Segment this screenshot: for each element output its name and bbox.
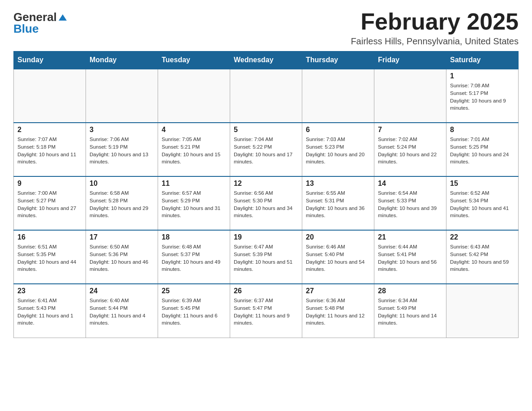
day-number: 13 bbox=[306, 180, 370, 188]
day-info: Sunrise: 7:01 AMSunset: 5:25 PMDaylight:… bbox=[450, 136, 515, 166]
table-row: 28Sunrise: 6:34 AMSunset: 5:49 PMDayligh… bbox=[374, 284, 446, 338]
day-number: 10 bbox=[90, 180, 154, 188]
day-number: 22 bbox=[450, 233, 515, 241]
table-row bbox=[302, 69, 374, 123]
title-section: February 2025 Fairless Hills, Pennsylvan… bbox=[351, 9, 519, 47]
table-row: 27Sunrise: 6:36 AMSunset: 5:48 PMDayligh… bbox=[302, 284, 374, 338]
day-info: Sunrise: 6:52 AMSunset: 5:34 PMDaylight:… bbox=[450, 189, 515, 219]
table-row: 5Sunrise: 7:04 AMSunset: 5:22 PMDaylight… bbox=[230, 123, 302, 176]
table-row bbox=[374, 69, 446, 123]
day-number: 11 bbox=[162, 180, 226, 188]
day-number: 17 bbox=[90, 233, 154, 241]
table-row: 6Sunrise: 7:03 AMSunset: 5:23 PMDaylight… bbox=[302, 123, 374, 176]
day-number: 24 bbox=[90, 287, 154, 295]
table-row: 22Sunrise: 6:43 AMSunset: 5:42 PMDayligh… bbox=[446, 230, 519, 284]
day-number: 16 bbox=[17, 233, 82, 241]
day-info: Sunrise: 6:36 AMSunset: 5:48 PMDaylight:… bbox=[306, 297, 370, 327]
day-info: Sunrise: 7:06 AMSunset: 5:19 PMDaylight:… bbox=[90, 136, 154, 166]
calendar-week-row: 1Sunrise: 7:08 AMSunset: 5:17 PMDaylight… bbox=[14, 69, 519, 123]
header-monday: Monday bbox=[86, 51, 158, 69]
calendar-week-row: 16Sunrise: 6:51 AMSunset: 5:35 PMDayligh… bbox=[14, 230, 519, 284]
table-row: 13Sunrise: 6:55 AMSunset: 5:31 PMDayligh… bbox=[302, 176, 374, 230]
table-row: 23Sunrise: 6:41 AMSunset: 5:43 PMDayligh… bbox=[14, 284, 86, 338]
location-title: Fairless Hills, Pennsylvania, United Sta… bbox=[351, 36, 519, 47]
day-info: Sunrise: 6:51 AMSunset: 5:35 PMDaylight:… bbox=[17, 243, 82, 273]
header-sunday: Sunday bbox=[14, 51, 86, 69]
calendar-table: Sunday Monday Tuesday Wednesday Thursday… bbox=[13, 51, 519, 338]
day-info: Sunrise: 6:37 AMSunset: 5:47 PMDaylight:… bbox=[234, 297, 298, 327]
day-number: 8 bbox=[450, 126, 515, 134]
logo: General Blue bbox=[13, 9, 68, 34]
table-row: 24Sunrise: 6:40 AMSunset: 5:44 PMDayligh… bbox=[86, 284, 158, 338]
day-info: Sunrise: 7:05 AMSunset: 5:21 PMDaylight:… bbox=[162, 136, 226, 166]
day-number: 14 bbox=[378, 180, 442, 188]
table-row: 17Sunrise: 6:50 AMSunset: 5:36 PMDayligh… bbox=[86, 230, 158, 284]
table-row: 1Sunrise: 7:08 AMSunset: 5:17 PMDaylight… bbox=[446, 69, 519, 123]
calendar-week-row: 2Sunrise: 7:07 AMSunset: 5:18 PMDaylight… bbox=[14, 123, 519, 176]
day-info: Sunrise: 7:00 AMSunset: 5:27 PMDaylight:… bbox=[17, 189, 82, 219]
table-row: 12Sunrise: 6:56 AMSunset: 5:30 PMDayligh… bbox=[230, 176, 302, 230]
table-row: 8Sunrise: 7:01 AMSunset: 5:25 PMDaylight… bbox=[446, 123, 519, 176]
table-row: 10Sunrise: 6:58 AMSunset: 5:28 PMDayligh… bbox=[86, 176, 158, 230]
day-info: Sunrise: 6:47 AMSunset: 5:39 PMDaylight:… bbox=[234, 243, 298, 273]
page-header: General Blue February 2025 Fairless Hill… bbox=[13, 9, 519, 47]
day-info: Sunrise: 6:54 AMSunset: 5:33 PMDaylight:… bbox=[378, 189, 442, 219]
table-row bbox=[14, 69, 86, 123]
table-row: 26Sunrise: 6:37 AMSunset: 5:47 PMDayligh… bbox=[230, 284, 302, 338]
day-number: 2 bbox=[17, 126, 82, 134]
day-info: Sunrise: 6:34 AMSunset: 5:49 PMDaylight:… bbox=[378, 297, 442, 327]
day-number: 4 bbox=[162, 126, 226, 134]
table-row: 4Sunrise: 7:05 AMSunset: 5:21 PMDaylight… bbox=[158, 123, 230, 176]
day-info: Sunrise: 6:41 AMSunset: 5:43 PMDaylight:… bbox=[17, 297, 82, 327]
day-number: 20 bbox=[306, 233, 370, 241]
header-wednesday: Wednesday bbox=[230, 51, 302, 69]
table-row: 14Sunrise: 6:54 AMSunset: 5:33 PMDayligh… bbox=[374, 176, 446, 230]
day-info: Sunrise: 6:56 AMSunset: 5:30 PMDaylight:… bbox=[234, 189, 298, 219]
day-number: 9 bbox=[17, 180, 82, 188]
day-number: 3 bbox=[90, 126, 154, 134]
header-saturday: Saturday bbox=[446, 51, 519, 69]
day-number: 5 bbox=[234, 126, 298, 134]
day-info: Sunrise: 6:40 AMSunset: 5:44 PMDaylight:… bbox=[90, 297, 154, 327]
table-row: 11Sunrise: 6:57 AMSunset: 5:29 PMDayligh… bbox=[158, 176, 230, 230]
day-number: 27 bbox=[306, 287, 370, 295]
table-row: 19Sunrise: 6:47 AMSunset: 5:39 PMDayligh… bbox=[230, 230, 302, 284]
table-row: 25Sunrise: 6:39 AMSunset: 5:45 PMDayligh… bbox=[158, 284, 230, 338]
day-info: Sunrise: 6:50 AMSunset: 5:36 PMDaylight:… bbox=[90, 243, 154, 273]
table-row: 2Sunrise: 7:07 AMSunset: 5:18 PMDaylight… bbox=[14, 123, 86, 176]
logo-general: General bbox=[13, 11, 57, 23]
svg-marker-0 bbox=[59, 14, 67, 21]
logo-blue: Blue bbox=[13, 23, 39, 34]
day-info: Sunrise: 6:44 AMSunset: 5:41 PMDaylight:… bbox=[378, 243, 442, 273]
day-info: Sunrise: 6:55 AMSunset: 5:31 PMDaylight:… bbox=[306, 189, 370, 219]
day-info: Sunrise: 7:07 AMSunset: 5:18 PMDaylight:… bbox=[17, 136, 82, 166]
calendar-week-row: 9Sunrise: 7:00 AMSunset: 5:27 PMDaylight… bbox=[14, 176, 519, 230]
day-number: 7 bbox=[378, 126, 442, 134]
table-row: 20Sunrise: 6:46 AMSunset: 5:40 PMDayligh… bbox=[302, 230, 374, 284]
day-info: Sunrise: 6:46 AMSunset: 5:40 PMDaylight:… bbox=[306, 243, 370, 273]
day-number: 23 bbox=[17, 287, 82, 295]
day-number: 15 bbox=[450, 180, 515, 188]
day-number: 1 bbox=[450, 72, 515, 80]
day-info: Sunrise: 7:08 AMSunset: 5:17 PMDaylight:… bbox=[450, 82, 515, 112]
day-info: Sunrise: 6:57 AMSunset: 5:29 PMDaylight:… bbox=[162, 189, 226, 219]
day-number: 25 bbox=[162, 287, 226, 295]
table-row: 18Sunrise: 6:48 AMSunset: 5:37 PMDayligh… bbox=[158, 230, 230, 284]
day-number: 18 bbox=[162, 233, 226, 241]
day-info: Sunrise: 6:43 AMSunset: 5:42 PMDaylight:… bbox=[450, 243, 515, 273]
day-info: Sunrise: 7:03 AMSunset: 5:23 PMDaylight:… bbox=[306, 136, 370, 166]
header-friday: Friday bbox=[374, 51, 446, 69]
table-row bbox=[86, 69, 158, 123]
day-number: 19 bbox=[234, 233, 298, 241]
calendar-header-row: Sunday Monday Tuesday Wednesday Thursday… bbox=[14, 51, 519, 69]
table-row bbox=[446, 284, 519, 338]
table-row: 15Sunrise: 6:52 AMSunset: 5:34 PMDayligh… bbox=[446, 176, 519, 230]
table-row: 9Sunrise: 7:00 AMSunset: 5:27 PMDaylight… bbox=[14, 176, 86, 230]
day-number: 26 bbox=[234, 287, 298, 295]
table-row: 21Sunrise: 6:44 AMSunset: 5:41 PMDayligh… bbox=[374, 230, 446, 284]
day-number: 12 bbox=[234, 180, 298, 188]
day-number: 6 bbox=[306, 126, 370, 134]
table-row: 7Sunrise: 7:02 AMSunset: 5:24 PMDaylight… bbox=[374, 123, 446, 176]
day-info: Sunrise: 6:48 AMSunset: 5:37 PMDaylight:… bbox=[162, 243, 226, 273]
table-row: 16Sunrise: 6:51 AMSunset: 5:35 PMDayligh… bbox=[14, 230, 86, 284]
